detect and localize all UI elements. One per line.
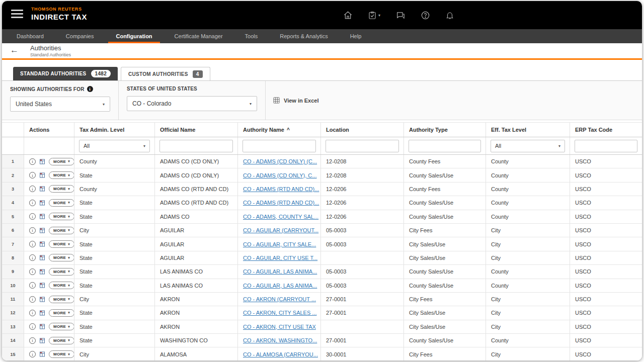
more-button[interactable]: MORE▾ xyxy=(49,296,74,303)
more-button[interactable]: MORE▾ xyxy=(49,227,74,234)
more-button[interactable]: MORE▾ xyxy=(49,213,74,220)
hamburger-menu-icon[interactable] xyxy=(11,10,23,20)
header-location[interactable]: Location xyxy=(321,123,404,137)
authority-name-link[interactable]: CO - ADAMS (CD ONLY), C... xyxy=(243,172,316,178)
rates-icon[interactable] xyxy=(39,254,45,261)
details-icon[interactable]: i xyxy=(29,158,36,165)
cell-erp-tax-code: USCO xyxy=(570,210,642,223)
authority-name-link[interactable]: CO - AGUILAR (CARRYOUT... xyxy=(243,227,318,233)
header-authority-name[interactable]: Authority Name ^ xyxy=(238,123,321,137)
details-icon[interactable]: i xyxy=(29,268,36,275)
more-button[interactable]: MORE▾ xyxy=(49,185,74,193)
location-filter-input[interactable] xyxy=(326,140,399,152)
tax-admin-level-filter-select[interactable]: All ▾ xyxy=(79,140,150,152)
nav-item-companies[interactable]: Companies xyxy=(58,29,102,43)
authority-name-link[interactable]: CO - ADAMS (CD ONLY) (C... xyxy=(243,158,317,164)
rates-icon[interactable] xyxy=(39,227,45,234)
nav-item-tools[interactable]: Tools xyxy=(237,29,266,43)
more-button[interactable]: MORE▾ xyxy=(49,254,74,261)
erp-tax-code-filter-input[interactable] xyxy=(575,140,637,152)
table-row: 2 i MORE▾ State ADAMS CO (CD ONLY) CO - … xyxy=(2,168,642,182)
help-icon[interactable] xyxy=(421,11,430,20)
back-arrow-icon[interactable]: ← xyxy=(10,45,19,55)
tab-custom-authorities[interactable]: CUSTOM AUTHORITIES 4 xyxy=(121,67,210,80)
authority-name-filter-input[interactable] xyxy=(243,140,316,152)
eff-tax-level-filter-select[interactable]: All ▾ xyxy=(491,140,565,152)
details-icon[interactable]: i xyxy=(29,337,36,344)
authority-name-link[interactable]: CO - AGUILAR, LAS ANIMA... xyxy=(243,268,317,275)
header-erp-tax-code[interactable]: ERP Tax Code xyxy=(570,123,642,137)
tab-standard-authorities[interactable]: STANDARD AUTHORITIES 1482 xyxy=(13,67,118,80)
notifications-icon[interactable] xyxy=(445,11,454,20)
more-button[interactable]: MORE▾ xyxy=(49,323,74,330)
rates-icon[interactable] xyxy=(39,296,45,303)
country-select[interactable]: United States ▾ xyxy=(10,97,110,112)
rates-icon[interactable] xyxy=(39,186,45,192)
rates-icon[interactable] xyxy=(39,323,45,330)
authority-type-filter-input[interactable] xyxy=(409,140,481,152)
rates-icon[interactable] xyxy=(39,241,45,247)
rates-icon[interactable] xyxy=(39,213,45,220)
home-icon[interactable] xyxy=(343,11,353,20)
details-icon[interactable]: i xyxy=(29,282,36,289)
rates-icon[interactable] xyxy=(39,337,45,344)
authority-name-link[interactable]: CO - AKRON (CARRYOUT ... xyxy=(243,296,316,302)
header-authority-type[interactable]: Authority Type xyxy=(404,123,486,137)
authority-name-link[interactable]: CO - ALAMOSA (CARRYOU... xyxy=(243,351,318,357)
more-button[interactable]: MORE▾ xyxy=(49,171,74,179)
row-number: 15 xyxy=(2,347,24,360)
authority-name-link[interactable]: CO - AKRON, CITY SALES ... xyxy=(243,310,317,316)
rates-icon[interactable] xyxy=(39,268,45,275)
more-button[interactable]: MORE▾ xyxy=(49,350,74,358)
details-icon[interactable]: i xyxy=(29,227,36,234)
authority-name-link[interactable]: CO - AGUILAR, LAS ANIMA... xyxy=(243,283,317,289)
nav-item-certificate-manager[interactable]: Certificate Manager xyxy=(167,29,230,43)
table-row: 13 i MORE▾ State AKRON CO - AKRON, CITY … xyxy=(2,320,642,334)
tasks-icon[interactable]: ▾ xyxy=(368,11,380,20)
header-tax-admin-level[interactable]: Tax Admin. Level xyxy=(74,123,155,137)
details-icon[interactable]: i xyxy=(29,310,36,316)
more-button[interactable]: MORE▾ xyxy=(49,337,74,344)
cell-authority-type: County Fees xyxy=(404,183,486,196)
rates-icon[interactable] xyxy=(39,200,45,206)
rates-icon[interactable] xyxy=(39,351,45,357)
rates-icon[interactable] xyxy=(39,282,45,289)
more-button[interactable]: MORE▾ xyxy=(49,282,74,289)
rates-icon[interactable] xyxy=(39,158,45,165)
more-button[interactable]: MORE▾ xyxy=(49,268,74,276)
nav-item-help[interactable]: Help xyxy=(343,29,369,43)
more-button[interactable]: MORE▾ xyxy=(49,158,74,165)
authority-name-link[interactable]: CO - ADAMS, COUNTY SAL... xyxy=(243,214,318,220)
header-official-name[interactable]: Official Name xyxy=(155,123,238,137)
authority-name-link[interactable]: CO - AKRON, CITY USE TAX xyxy=(243,324,316,330)
nav-item-reports-analytics[interactable]: Reports & Analytics xyxy=(272,29,335,43)
nav-item-configuration[interactable]: Configuration xyxy=(108,29,159,43)
info-icon[interactable]: i xyxy=(87,86,93,92)
official-name-filter-input[interactable] xyxy=(159,140,233,152)
details-icon[interactable]: i xyxy=(29,213,36,220)
view-in-excel-button[interactable]: View in Excel xyxy=(273,97,319,104)
details-icon[interactable]: i xyxy=(29,241,36,247)
details-icon[interactable]: i xyxy=(29,254,36,261)
rates-icon[interactable] xyxy=(39,310,45,316)
authority-name-link[interactable]: CO - AKRON, WASHINGTO... xyxy=(243,337,317,343)
details-icon[interactable]: i xyxy=(29,296,36,303)
details-icon[interactable]: i xyxy=(29,323,36,330)
details-icon[interactable]: i xyxy=(29,186,36,192)
authority-name-link[interactable]: CO - ADAMS (RTD AND CD)... xyxy=(243,200,319,206)
header-eff-tax-level[interactable]: Eff. Tax Level xyxy=(486,123,570,137)
details-icon[interactable]: i xyxy=(29,351,36,357)
details-icon[interactable]: i xyxy=(29,200,36,206)
more-button[interactable]: MORE▾ xyxy=(49,240,74,248)
authority-name-link[interactable]: CO - AGUILAR, CITY SALE... xyxy=(243,241,316,247)
more-button[interactable]: MORE▾ xyxy=(49,199,74,207)
state-select[interactable]: CO - Colorado ▾ xyxy=(127,96,257,111)
messages-icon[interactable] xyxy=(395,11,406,20)
rates-icon[interactable] xyxy=(39,172,45,178)
authority-name-link[interactable]: CO - ADAMS (RTD AND CD)... xyxy=(243,186,319,192)
row-number: 9 xyxy=(2,265,24,278)
more-button[interactable]: MORE▾ xyxy=(49,309,74,317)
details-icon[interactable]: i xyxy=(29,172,36,178)
authority-name-link[interactable]: CO - AGUILAR, CITY USE T... xyxy=(243,255,317,261)
nav-item-dashboard[interactable]: Dashboard xyxy=(9,29,51,43)
